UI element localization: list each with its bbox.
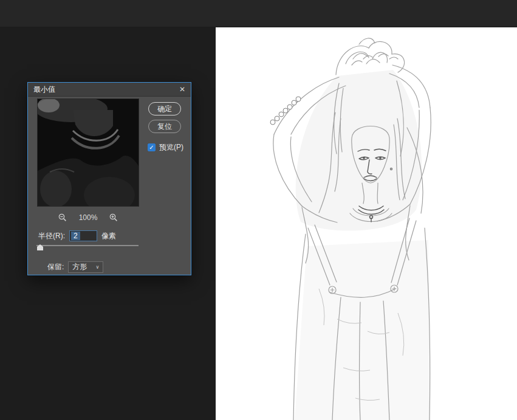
radius-slider-track[interactable] <box>36 245 139 246</box>
preserve-row: 保留: 方形 ∨ <box>47 261 103 273</box>
zoom-in-button[interactable] <box>109 213 118 222</box>
preserve-label: 保留: <box>47 262 64 272</box>
sketch-image <box>216 27 517 420</box>
close-icon[interactable]: ✕ <box>179 86 185 93</box>
zoom-out-icon <box>58 213 67 222</box>
reset-button[interactable]: 复位 <box>148 120 181 133</box>
zoom-level: 100% <box>79 213 98 222</box>
ok-button[interactable]: 确定 <box>148 102 181 115</box>
filter-preview-thumbnail[interactable] <box>37 98 139 207</box>
zoom-out-button[interactable] <box>58 213 67 222</box>
preview-checkbox-row[interactable]: ✓ 预览(P) <box>148 142 183 153</box>
dialog-title: 最小值 <box>33 84 55 95</box>
radius-value-selected: 2 <box>71 232 80 240</box>
zoom-in-icon <box>109 213 118 222</box>
document-canvas[interactable] <box>216 27 517 420</box>
photoshop-window: 最小值 ✕ <box>0 0 517 420</box>
preview-zoom-controls: 100% <box>37 213 139 222</box>
radius-unit-label: 像素 <box>101 231 116 241</box>
minimum-filter-dialog: 最小值 ✕ <box>27 82 191 275</box>
preview-image <box>38 99 139 206</box>
radius-row: 半径(R): 2 像素 <box>38 230 116 241</box>
chevron-down-icon: ∨ <box>95 264 99 270</box>
preserve-selected-value: 方形 <box>72 262 87 272</box>
preview-checkbox[interactable]: ✓ <box>148 143 156 151</box>
preserve-shape-select[interactable]: 方形 ∨ <box>68 261 103 273</box>
radius-input[interactable]: 2 <box>69 230 97 241</box>
dialog-title-bar[interactable]: 最小值 ✕ <box>28 83 191 97</box>
radius-label: 半径(R): <box>38 231 65 241</box>
application-top-bar <box>0 0 517 27</box>
preview-checkbox-label: 预览(P) <box>159 142 183 153</box>
